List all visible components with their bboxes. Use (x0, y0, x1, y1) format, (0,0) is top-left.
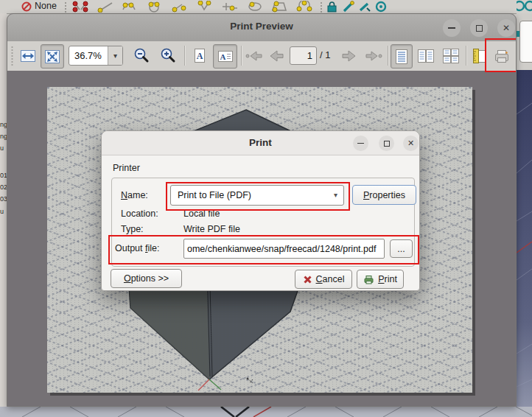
minimize-icon (448, 27, 455, 29)
field-fragment (519, 21, 532, 63)
close-button[interactable]: ✕ (497, 19, 515, 37)
background-left-panel: ng ng u 01 02 03 u (0, 13, 7, 407)
clipped-text: u (0, 144, 7, 152)
toolbar-grip[interactable] (320, 1, 323, 13)
portrait-button[interactable]: A (189, 44, 210, 67)
fit-page-button[interactable] (41, 44, 64, 69)
print-confirm-button[interactable]: Print (357, 270, 404, 289)
minimize-button[interactable] (353, 136, 368, 151)
separator (184, 46, 186, 66)
background-3d-view-bottom (0, 407, 532, 417)
close-button[interactable]: ✕ (403, 136, 419, 151)
type-label: Type: (121, 224, 144, 234)
svg-text:A: A (197, 51, 203, 61)
zoom-level-value: 36.7% (74, 50, 102, 61)
page-total-label: / 1 (320, 49, 330, 60)
zoom-in-icon (159, 47, 177, 65)
maximize-button[interactable] (379, 136, 394, 151)
first-page-icon (245, 47, 264, 65)
minimize-icon (357, 143, 364, 144)
none-label: None (35, 1, 57, 11)
maximize-icon (476, 25, 483, 32)
printer-icon (363, 275, 374, 284)
next-page-icon (340, 47, 359, 65)
options-button[interactable]: Options >> (111, 269, 182, 288)
all-pages-view-button[interactable] (440, 44, 461, 67)
maximize-button[interactable] (470, 19, 488, 37)
portrait-icon: A (191, 47, 209, 65)
first-page-button[interactable] (243, 44, 265, 67)
background-3d-view (517, 70, 532, 407)
window-title: Print Preview (7, 21, 516, 32)
background-app-toolbar: None (0, 0, 532, 14)
landscape-button[interactable]: A (213, 44, 237, 69)
svg-text:A: A (220, 52, 225, 60)
last-page-button[interactable] (363, 44, 385, 67)
cancel-button[interactable]: Cancel (295, 270, 352, 289)
background-toolbar-right (517, 0, 532, 13)
zoom-out-icon (133, 47, 150, 65)
cancel-x-icon (303, 275, 312, 284)
print-preview-titlebar[interactable]: Print Preview ✕ (7, 14, 516, 42)
chevron-down-icon[interactable]: ▾ (108, 46, 122, 65)
clipped-text: 02 (0, 183, 7, 191)
landscape-icon: A (217, 48, 234, 66)
facing-pages-view-button[interactable] (415, 44, 436, 67)
separator (388, 46, 389, 66)
next-page-button[interactable] (338, 44, 360, 67)
print-dialog-titlebar[interactable]: Print ✕ (102, 131, 419, 155)
minimize-button[interactable] (443, 19, 461, 37)
location-label: Location: (121, 208, 158, 219)
fit-width-icon (19, 47, 37, 65)
print-dialog: Print ✕ Printer Name: Print to File (PDF… (101, 130, 420, 291)
clipped-text: ng (0, 133, 7, 140)
fit-page-icon (43, 48, 61, 66)
last-page-icon (364, 47, 383, 65)
dialog-title: Print (102, 137, 419, 148)
single-page-view-button[interactable] (391, 44, 413, 69)
single-page-icon (393, 48, 410, 66)
highlight-printer-name-dropdown (166, 182, 350, 211)
all-pages-icon (441, 47, 461, 65)
separator (241, 46, 242, 66)
zoom-out-button[interactable] (130, 44, 153, 67)
clipped-text: 03 (0, 195, 7, 203)
clipped-text: 01 (0, 172, 7, 179)
toolbar-grip[interactable] (10, 46, 14, 66)
properties-button[interactable]: Properties (352, 185, 416, 205)
clipped-text: ng (0, 121, 7, 128)
close-icon: ✕ (503, 24, 510, 32)
name-label: Name: (121, 190, 148, 200)
facing-pages-icon (416, 47, 435, 65)
print-preview-toolbar: 36.7% ▾ A A / 1 (7, 41, 516, 71)
highlight-output-file-row (108, 235, 419, 264)
page-number-input[interactable] (290, 46, 317, 65)
printer-group-label: Printer (113, 163, 140, 173)
zoom-in-button[interactable] (157, 44, 179, 67)
circle-tool-icon (517, 1, 524, 10)
highlight-print-toolbar-button (485, 38, 517, 72)
toolbar-grip[interactable] (64, 1, 67, 13)
previous-page-icon (267, 47, 286, 65)
separator (466, 46, 467, 66)
maximize-icon (384, 141, 390, 147)
zoom-level-combobox[interactable]: 36.7% ▾ (69, 46, 123, 66)
background-panel-right (517, 13, 532, 70)
type-value: Write PDF file (183, 224, 240, 234)
page-number-value[interactable] (290, 47, 316, 64)
fit-width-button[interactable] (17, 44, 39, 67)
clipped-text: u (0, 208, 7, 215)
previous-page-button[interactable] (265, 44, 287, 67)
close-icon: ✕ (407, 139, 414, 147)
